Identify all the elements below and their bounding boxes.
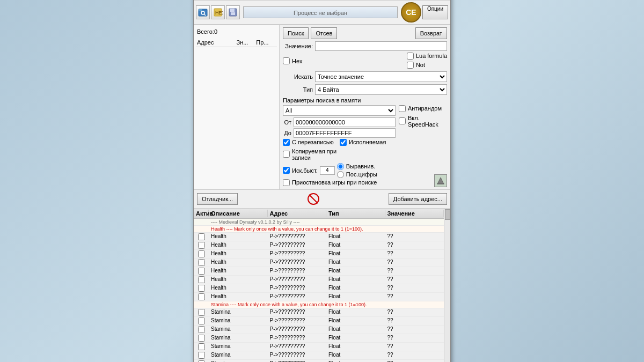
add-address-button[interactable]: Добавить адрес... <box>389 193 447 205</box>
table-row[interactable]: StaminaP->?????????Float?? <box>194 326 444 334</box>
table-row[interactable]: ---- Medieval Dynasty v0.1.0.2 by Silly … <box>194 219 444 226</box>
row-checkbox-cell[interactable] <box>194 250 209 258</box>
table-row[interactable]: HealthP->?????????Float?? <box>194 258 444 267</box>
row-active-checkbox[interactable] <box>198 250 205 257</box>
mem-region-select[interactable]: All <box>283 105 396 116</box>
table-row[interactable]: StaminaP->?????????Float?? <box>194 308 444 317</box>
lua-formula-checkbox[interactable] <box>407 53 414 60</box>
row-type: Float <box>326 250 385 258</box>
floppy-button[interactable] <box>226 5 240 19</box>
row-type: Float <box>326 317 385 325</box>
row-checkbox-cell[interactable] <box>194 293 209 301</box>
table-row[interactable]: StaminaP->?????????Float?? <box>194 334 444 343</box>
speedhack-checkbox[interactable] <box>399 117 406 124</box>
fastscan-label: Иск.быст. <box>292 167 318 174</box>
type-select[interactable]: 4 Байта <box>315 84 447 95</box>
table-row[interactable]: Stamina ---- Mark only once with a value… <box>194 301 444 308</box>
th-desc: Описание <box>209 210 268 217</box>
row-checkbox-cell[interactable] <box>194 276 209 284</box>
row-active-checkbox[interactable] <box>198 259 205 266</box>
row-checkbox-cell[interactable] <box>194 360 209 363</box>
table-row[interactable]: HealthP->?????????Float?? <box>194 233 444 241</box>
row-checkbox-cell[interactable] <box>194 343 209 351</box>
table-row[interactable]: StaminaP->?????????Float?? <box>194 317 444 326</box>
row-addr: P->????????? <box>268 267 327 275</box>
debugger-button[interactable]: Отладчик... <box>197 193 238 205</box>
open-process-button[interactable] <box>196 5 210 19</box>
row-active-checkbox[interactable] <box>198 352 205 359</box>
row-checkbox-cell[interactable] <box>194 351 209 359</box>
not-checkbox[interactable] <box>407 62 414 69</box>
th-active: Актив. <box>194 210 209 217</box>
toolbar: HEX Процесс не выбран CE Опции <box>194 1 450 25</box>
search-button[interactable]: Поиск <box>283 27 309 39</box>
table-row[interactable]: HealthP->?????????Float?? <box>194 250 444 258</box>
row-active-checkbox[interactable] <box>198 242 205 249</box>
search-type-select[interactable]: Точное значение <box>315 71 447 82</box>
row-checkbox-cell[interactable] <box>194 326 209 334</box>
not-label: Not <box>416 62 425 68</box>
table-row[interactable]: StaminaP->?????????Float?? <box>194 351 444 360</box>
pause-checkbox[interactable] <box>283 179 290 186</box>
row-addr: P->????????? <box>268 293 327 301</box>
table-row[interactable]: StaminaP->?????????Float?? <box>194 343 444 351</box>
row-checkbox-cell[interactable] <box>194 258 209 267</box>
row-active-checkbox[interactable] <box>198 285 205 292</box>
row-active-checkbox[interactable] <box>198 360 205 363</box>
stop-icon <box>306 191 321 206</box>
table-row[interactable]: HealthP->?????????Float?? <box>194 267 444 276</box>
address-header: Адрес Зн... Пр... <box>196 38 277 47</box>
hex-checkbox[interactable] <box>283 57 290 64</box>
table-row[interactable]: HealthP->?????????Float?? <box>194 276 444 284</box>
row-checkbox-cell[interactable] <box>194 233 209 241</box>
row-value: ?? <box>385 284 444 292</box>
back-button[interactable]: Возврат <box>415 27 447 39</box>
scroll-thumb[interactable] <box>445 209 450 220</box>
table-row[interactable]: HealthP->?????????Float?? <box>194 284 444 293</box>
row-active-checkbox[interactable] <box>198 268 205 275</box>
row-checkbox-cell[interactable] <box>194 308 209 316</box>
value-input[interactable] <box>315 41 447 51</box>
svg-line-11 <box>309 195 318 203</box>
row-active-checkbox[interactable] <box>198 233 205 240</box>
th-type: Тип <box>326 210 385 217</box>
row-addr: P->????????? <box>268 343 327 351</box>
row-active-checkbox[interactable] <box>198 293 205 300</box>
row-value: ?? <box>385 317 444 325</box>
ce-logo: CE <box>401 2 421 23</box>
overwrite-checkbox[interactable] <box>283 139 290 146</box>
copy-checkbox[interactable] <box>283 151 290 158</box>
row-desc: Stamina <box>209 308 268 316</box>
row-active-checkbox[interactable] <box>198 276 205 283</box>
executable-checkbox[interactable] <box>340 139 347 146</box>
table-row[interactable]: StaminaP->?????????Float?? <box>194 360 444 363</box>
scrollbar[interactable] <box>444 209 450 363</box>
process-label[interactable]: Процесс не выбран <box>243 6 398 18</box>
row-checkbox-cell[interactable] <box>194 241 209 249</box>
row-checkbox-cell[interactable] <box>194 317 209 325</box>
table-header: Актив. Описание Адрес Тип Значение <box>194 209 444 219</box>
lua-formula-label: Lua formula <box>416 53 447 59</box>
row-addr: P->????????? <box>268 241 327 249</box>
filter-button[interactable]: Отсев <box>311 27 337 39</box>
options-button[interactable]: Опции <box>422 5 448 19</box>
row-active-checkbox[interactable] <box>198 309 205 316</box>
antirandom-checkbox[interactable] <box>399 105 406 112</box>
row-active-checkbox[interactable] <box>198 335 205 342</box>
row-checkbox-cell[interactable] <box>194 267 209 275</box>
align-radio[interactable] <box>337 163 344 170</box>
row-active-checkbox[interactable] <box>198 343 205 350</box>
from-input[interactable] <box>294 117 396 127</box>
row-active-checkbox[interactable] <box>198 317 205 324</box>
row-checkbox-cell[interactable] <box>194 334 209 342</box>
row-checkbox-cell[interactable] <box>194 284 209 292</box>
table-row[interactable]: Health ---- Mark only once with a value,… <box>194 226 444 233</box>
fastscan-checkbox[interactable] <box>283 167 290 174</box>
table-row[interactable]: HealthP->?????????Float?? <box>194 241 444 250</box>
digits-radio[interactable] <box>337 171 344 178</box>
to-input[interactable] <box>294 128 396 138</box>
table-row[interactable]: HealthP->?????????Float?? <box>194 293 444 301</box>
row-active-checkbox[interactable] <box>198 326 205 333</box>
memory-view-button[interactable]: HEX <box>211 5 225 19</box>
fastscan-value[interactable] <box>320 166 335 175</box>
